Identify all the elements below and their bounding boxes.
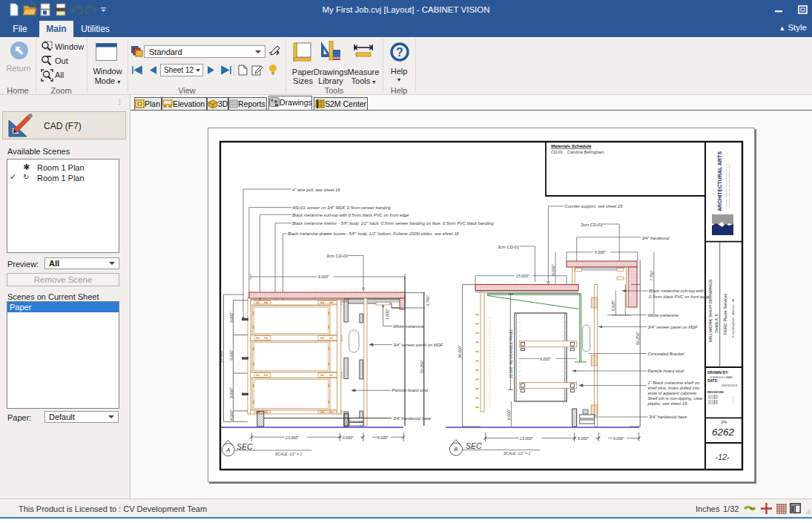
svg-text:Black melamine sub-top with 0.: Black melamine sub-top with 0.5mm black …: [292, 213, 409, 217]
svg-text:CD-01 Cambria Bellingham: CD-01 Cambria Bellingham: [551, 150, 604, 154]
svg-text:ends of adjacent cabinets.: ends of adjacent cabinets.: [647, 391, 697, 395]
svg-text:6.000″: 6.000″: [613, 436, 624, 441]
svg-text:Particle board stud: Particle board stud: [647, 369, 684, 373]
svg-text:3.750″: 3.750″: [426, 295, 430, 306]
svg-text:SCALE: 1/2″ = 1′: SCALE: 1/2″ = 1′: [275, 452, 303, 456]
svg-text:6.000″: 6.000″: [578, 436, 589, 441]
svg-text:Black melamine interior - 5/8": Black melamine interior - 5/8" body, 1/2…: [292, 221, 494, 226]
svg-text:SCALE: 1/2″ = 1′: SCALE: 1/2″ = 1′: [504, 451, 532, 455]
svg-text:3/4" hardwood base: 3/4" hardwood base: [649, 415, 687, 419]
svg-text:ARCHITECTURAL ARTS: ARCHITECTURAL ARTS: [716, 151, 723, 211]
svg-text:SEC: SEC: [237, 442, 253, 451]
svg-text:Black melamine drawer boxes -: Black melamine drawer boxes - 5/8" body,…: [288, 231, 460, 236]
svg-text:FMRC Player Services: FMRC Player Services: [723, 293, 727, 335]
svg-text:23.000″: 23.000″: [285, 435, 299, 440]
svg-text:DRAWN BY:: DRAWN BY:: [707, 370, 729, 375]
svg-text:MILLWORK | ARCHITECTURAL | DES: MILLWORK | ARCHITECTURAL | DESIGN | INST…: [725, 164, 727, 208]
svg-text:1.000″: 1.000″: [385, 309, 389, 320]
svg-text:6.000″: 6.000″: [540, 357, 551, 361]
svg-text:Counter support, see sheet 20.: Counter support, see sheet 20.: [564, 204, 624, 208]
svg-text:9.000″: 9.000″: [229, 349, 234, 361]
svg-text:6.000″: 6.000″: [506, 409, 511, 420]
svg-text:4.000″: 4.000″: [229, 409, 234, 421]
svg-text:50.250″: 50.250″: [636, 332, 640, 345]
svg-text:50.250″: 50.250″: [420, 360, 424, 373]
svg-text:Black melamine sub-top with: Black melamine sub-top with: [649, 289, 704, 293]
svg-text:A: A: [225, 447, 230, 453]
svg-text:3/4" hardwood base: 3/4" hardwood base: [393, 416, 432, 421]
svg-text:?: ?: [396, 46, 403, 59]
svg-text:Concealed Bracket: Concealed Bracket: [647, 352, 684, 356]
svg-text:Details A, B: Details A, B: [714, 313, 719, 333]
svg-text:1" Black melamine shelf on: 1" Black melamine shelf on: [647, 381, 699, 385]
svg-text:MILLWORK SHOP DRAWINGS: MILLWORK SHOP DRAWINGS: [708, 279, 713, 342]
svg-text:White melamine: White melamine: [393, 324, 424, 329]
svg-text:NO DATE: NO DATE: [708, 402, 718, 405]
svg-text:shelf pins; holes drilled into: shelf pins; holes drilled into: [647, 386, 699, 390]
svg-text:22.000″ REMOVABLE PANEL: 22.000″ REMOVABLE PANEL: [509, 329, 513, 379]
svg-text:DATE:: DATE:: [707, 378, 719, 383]
svg-text:Front Meadows - Altoona - IA: Front Meadows - Altoona - IA: [731, 299, 735, 338]
svg-text:JP#: JP#: [720, 421, 727, 424]
svg-text:1234 WEST LAKE AVE STE 4 DES M: 1234 WEST LAKE AVE STE 4 DES MOINES IA 5…: [728, 163, 730, 208]
svg-text:25.000″: 25.000″: [515, 274, 529, 278]
svg-text:5.625″: 5.625″: [611, 300, 615, 311]
svg-text:REVISIONS: REVISIONS: [707, 390, 724, 394]
svg-text:3/4" veneer panel on MDF: 3/4" veneer panel on MDF: [393, 343, 443, 347]
svg-text:-12-: -12-: [715, 453, 730, 461]
svg-text:7.750″: 7.750″: [650, 270, 654, 281]
svg-text:6.000″: 6.000″: [343, 435, 354, 440]
svg-text:34.000″: 34.000″: [219, 349, 223, 363]
svg-text:Materials Schedule: Materials Schedule: [551, 144, 592, 148]
svg-text:3/4" hardwood: 3/4" hardwood: [641, 236, 670, 240]
svg-text:09/16/2018: 09/16/2018: [722, 384, 738, 387]
svg-text:4" wire pull, see sheet 16: 4" wire pull, see sheet 16: [292, 188, 340, 192]
svg-text:0.5mm black PVC on front edge: 0.5mm black PVC on front edge: [649, 295, 710, 299]
svg-text:23.000″: 23.000″: [519, 436, 533, 441]
svg-text:3cm CD-01: 3cm CD-01: [326, 254, 348, 258]
svg-text:36.000″: 36.000″: [458, 345, 462, 358]
svg-text:B: B: [455, 447, 458, 452]
svg-text:WD-01 veneer on 3/4" MDF, 0.5m: WD-01 veneer on 3/4" MDF, 0.5mm veneer b…: [292, 205, 392, 210]
svg-text:9.000″: 9.000″: [229, 387, 234, 398]
svg-text:---: ---: [732, 402, 734, 405]
svg-text:plastic; see sheet 19.: plastic; see sheet 19.: [647, 401, 687, 406]
svg-text:White melamine: White melamine: [647, 313, 679, 318]
svg-text:Shelf pin is non-tipping, clea: Shelf pin is non-tipping, clear: [647, 396, 704, 401]
svg-text:9.000″: 9.000″: [229, 312, 234, 323]
svg-text:6.000″: 6.000″: [318, 274, 329, 279]
svg-text:SEC: SEC: [466, 441, 482, 450]
svg-text:3cm CD-01: 3cm CD-01: [581, 223, 602, 227]
svg-text:8.000″: 8.000″: [595, 250, 606, 254]
svg-text:6.000″: 6.000″: [377, 435, 389, 440]
svg-text:6.000″: 6.000″: [551, 264, 555, 275]
svg-text:Particle board stud: Particle board stud: [392, 388, 429, 392]
svg-text:3cm CD-01: 3cm CD-01: [498, 245, 519, 249]
svg-text:3/4" veneer panel on MDF: 3/4" veneer panel on MDF: [647, 325, 698, 329]
svg-text:6262: 6262: [712, 427, 735, 438]
